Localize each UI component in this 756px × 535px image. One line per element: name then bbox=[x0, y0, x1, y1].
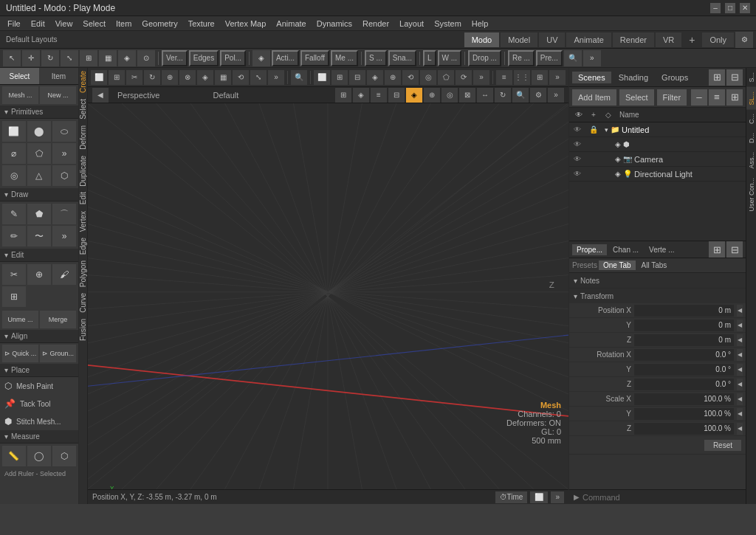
tool-more3-btn[interactable]: ⊙ bbox=[137, 50, 155, 66]
vp-tool10[interactable]: ⤡ bbox=[250, 70, 267, 85]
position-x-arrow[interactable]: ◀ bbox=[737, 305, 743, 317]
poly-dropdown[interactable]: Pol... bbox=[220, 50, 246, 66]
scene-tab-scenes[interactable]: Scenes bbox=[572, 72, 611, 83]
scene-item-camera[interactable]: 👁 ◈ 📷 Camera bbox=[569, 152, 746, 167]
tab-uv[interactable]: UV bbox=[539, 32, 565, 47]
props-tab-vertex[interactable]: Verte ... bbox=[645, 244, 678, 255]
vp-tool3[interactable]: ✂ bbox=[126, 70, 142, 85]
collapse-arrow-untitled[interactable]: ▾ bbox=[605, 126, 608, 134]
vp-grid[interactable]: ⊞ bbox=[532, 70, 548, 85]
search-icon[interactable]: 🔍 bbox=[564, 50, 582, 66]
side-tab-curve[interactable]: Curve bbox=[79, 290, 87, 316]
tab-animate[interactable]: Animate bbox=[566, 32, 611, 47]
stitch-mesh-row[interactable]: ⬢ Stitch Mesh... bbox=[0, 413, 78, 430]
notes-header[interactable]: ▾ Notes bbox=[569, 273, 746, 288]
left-tab-item[interactable]: Item bbox=[39, 68, 78, 84]
menu-item[interactable]: Item bbox=[111, 18, 136, 30]
vp-tool7[interactable]: ◈ bbox=[197, 70, 213, 85]
scene-item-mesh[interactable]: 👁 ◈ ⬢ bbox=[569, 137, 746, 152]
menu-layout[interactable]: Layout bbox=[395, 18, 428, 30]
scene-expand-btn[interactable]: ⊞ bbox=[709, 69, 725, 86]
edit-paint[interactable]: 🖌 bbox=[52, 264, 76, 285]
all-tabs-btn[interactable]: All Tabs bbox=[637, 260, 672, 270]
tab-model[interactable]: Model bbox=[501, 32, 537, 47]
draw-spline[interactable]: 〜 bbox=[27, 226, 51, 246]
side-tab-deform[interactable]: Deform bbox=[79, 122, 87, 153]
props-collapse-btn[interactable]: ⊟ bbox=[726, 241, 743, 258]
edit-merge[interactable]: ⊕ bbox=[27, 264, 51, 285]
reset-button[interactable]: Reset bbox=[704, 440, 741, 451]
measure-tool3[interactable]: ⬡ bbox=[52, 446, 76, 466]
minimize-button[interactable]: – bbox=[710, 3, 721, 13]
scene-hdr-eye-btn[interactable]: 👁 bbox=[572, 108, 585, 122]
right-tab-s[interactable]: S... bbox=[746, 68, 757, 87]
tool-select-btn[interactable]: ↖ bbox=[3, 50, 21, 66]
position-x-input[interactable] bbox=[634, 305, 734, 317]
position-y-input[interactable] bbox=[634, 320, 734, 331]
rotation-z-input[interactable] bbox=[634, 379, 734, 390]
scene-hdr-add-btn[interactable]: + bbox=[587, 108, 600, 122]
add-item-button[interactable]: Add Item bbox=[572, 89, 616, 106]
vp-more2[interactable]: » bbox=[549, 70, 566, 85]
edges-dropdown[interactable]: Edges bbox=[189, 50, 219, 66]
draw-pen[interactable]: ✎ bbox=[2, 204, 26, 224]
menu-select[interactable]: Select bbox=[78, 18, 110, 30]
more-btn[interactable]: » bbox=[583, 50, 601, 66]
rotation-z-arrow[interactable]: ◀ bbox=[737, 379, 743, 390]
maximize-button[interactable]: □ bbox=[725, 3, 735, 13]
edit-cut[interactable]: ✂ bbox=[2, 264, 26, 285]
scale-z-input[interactable] bbox=[634, 423, 734, 435]
scene-hdr-key-btn[interactable]: ◇ bbox=[602, 108, 615, 122]
right-tab-ass[interactable]: Ass... bbox=[746, 148, 757, 173]
tool-rotate-btn[interactable]: ↻ bbox=[41, 50, 59, 66]
prim-capsule[interactable]: ⬭ bbox=[52, 121, 76, 142]
prim-more-arr[interactable]: » bbox=[52, 143, 76, 164]
side-tab-vertex[interactable]: Vertex bbox=[79, 208, 87, 235]
vp-persp-tool1[interactable]: ⊞ bbox=[335, 88, 351, 103]
menu-system[interactable]: System bbox=[430, 18, 466, 30]
tool-move-btn[interactable]: ✛ bbox=[22, 50, 40, 66]
draw-arc[interactable]: ⌒ bbox=[52, 204, 76, 224]
scene-list-btn[interactable]: ≡ bbox=[709, 89, 725, 106]
vp-persp-settings[interactable]: ⚙ bbox=[530, 88, 546, 103]
vp-dots[interactable]: ⋮⋮ bbox=[514, 70, 530, 85]
vp-persp-more[interactable]: » bbox=[548, 88, 564, 103]
prim-more3[interactable]: ⬡ bbox=[52, 165, 76, 186]
scene-item-untitled[interactable]: 👁 🔒 ▾ 📁 Untitled bbox=[569, 122, 746, 137]
mesh-btn[interactable]: Mesh ... bbox=[2, 86, 38, 104]
status-icon2[interactable]: » bbox=[551, 491, 564, 503]
vp-persp-tool6[interactable]: ◎ bbox=[441, 88, 458, 103]
merge-btn[interactable]: Merge bbox=[40, 311, 76, 328]
prim-cylinder[interactable]: ⬠ bbox=[27, 143, 51, 164]
vp-persp-tool8[interactable]: ↔ bbox=[477, 88, 493, 103]
time-indicator[interactable]: ⏱ Time bbox=[495, 491, 528, 503]
side-tab-edit[interactable]: Edit bbox=[79, 189, 87, 207]
vp-mode8[interactable]: ⬠ bbox=[438, 70, 454, 85]
vp-persp-tool4[interactable]: ⊟ bbox=[388, 88, 405, 103]
menu-render[interactable]: Render bbox=[358, 18, 394, 30]
prim-more1[interactable]: ⌀ bbox=[2, 143, 26, 164]
menu-view[interactable]: View bbox=[51, 18, 78, 30]
transform-header[interactable]: ▾ Transform bbox=[569, 289, 746, 303]
vp-mode4[interactable]: ◈ bbox=[367, 70, 383, 85]
vp-persp-tool5[interactable]: ⊕ bbox=[424, 88, 440, 103]
tab-modo[interactable]: Modo bbox=[464, 32, 500, 47]
measure-tool2[interactable]: ◯ bbox=[27, 446, 51, 466]
vp-mode9[interactable]: ⟳ bbox=[456, 70, 472, 85]
tool-scale-btn[interactable]: ⤡ bbox=[61, 50, 78, 66]
draw-more1[interactable]: ✏ bbox=[2, 226, 26, 246]
tool-transform-btn[interactable]: ⊞ bbox=[80, 50, 97, 66]
eye-icon-light[interactable]: 👁 bbox=[569, 170, 585, 178]
place-header[interactable]: ▾ Place bbox=[0, 364, 78, 377]
menu-geometry[interactable]: Geometry bbox=[137, 18, 182, 30]
right-tab-c[interactable]: C... bbox=[746, 109, 757, 128]
falloff-dropdown[interactable]: Falloff bbox=[300, 50, 329, 66]
right-tab-d[interactable]: D... bbox=[746, 128, 757, 148]
rotation-x-arrow[interactable]: ◀ bbox=[737, 349, 743, 361]
rotation-x-input[interactable] bbox=[634, 349, 734, 361]
menu-animate[interactable]: Animate bbox=[272, 18, 310, 30]
vp-persp-tool2[interactable]: ◈ bbox=[353, 88, 369, 103]
l-btn[interactable]: L bbox=[423, 50, 436, 66]
one-tab-btn[interactable]: One Tab bbox=[599, 260, 636, 270]
measure-header[interactable]: ▾ Measure bbox=[0, 430, 78, 443]
